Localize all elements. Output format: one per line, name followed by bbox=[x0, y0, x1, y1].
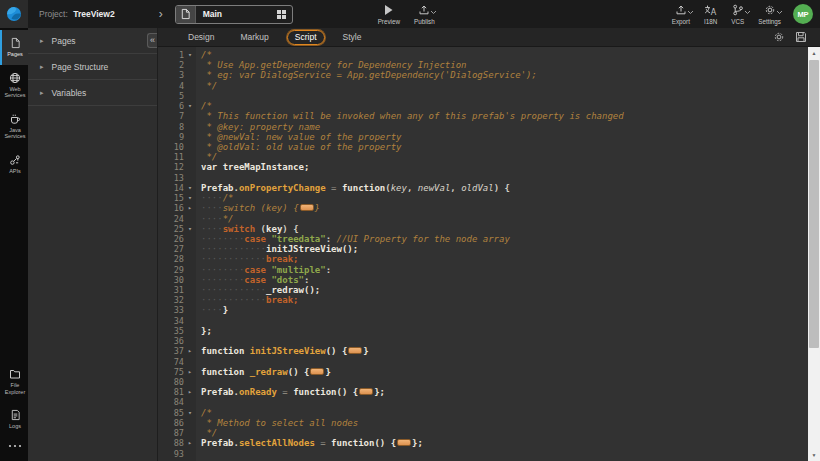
code-line[interactable]: 10 * @oldVal: old value of the property bbox=[158, 142, 808, 152]
code-line[interactable]: 30········case "dots": bbox=[158, 275, 808, 285]
code-line[interactable]: 35}; bbox=[158, 326, 808, 336]
code-line[interactable]: 81▸Prefab.onReady = function() {}; bbox=[158, 387, 808, 397]
code-line[interactable]: 5 bbox=[158, 91, 808, 101]
fold-open-icon[interactable]: ▾ bbox=[184, 101, 196, 111]
code-line[interactable]: 93 bbox=[158, 449, 808, 459]
code-line[interactable]: 6▾/* bbox=[158, 101, 808, 111]
code-text: ····switch (key) {} bbox=[196, 203, 320, 213]
caret-down-icon[interactable] bbox=[744, 9, 751, 16]
rail-item-pages[interactable]: Pages bbox=[0, 30, 28, 65]
vcs-button[interactable]: VCS bbox=[731, 4, 744, 25]
caret-down-icon[interactable] bbox=[687, 9, 694, 16]
code-line[interactable]: 16▸····switch (key) {} bbox=[158, 203, 808, 213]
code-line[interactable]: 74 bbox=[158, 357, 808, 367]
avatar[interactable]: MP bbox=[793, 4, 813, 24]
folded-code-icon[interactable] bbox=[359, 388, 373, 395]
caret-down-icon[interactable] bbox=[430, 9, 437, 16]
rail-item-logs[interactable]: Logs bbox=[0, 402, 28, 437]
fold-open-icon[interactable]: ▾ bbox=[184, 408, 196, 418]
code-line[interactable]: 33····} bbox=[158, 305, 808, 315]
fold-collapsed-icon[interactable]: ▸ bbox=[184, 367, 196, 377]
panel-collapse-button[interactable]: « bbox=[147, 33, 157, 48]
code-area[interactable]: 1▾/*2 * Use App.getDependency for Depend… bbox=[158, 47, 808, 461]
fold-collapsed-icon[interactable]: ▸ bbox=[184, 438, 196, 448]
caret-down-icon[interactable] bbox=[776, 9, 783, 16]
scroll-down-icon[interactable]: ▼ bbox=[808, 449, 820, 461]
folded-code-icon[interactable] bbox=[397, 439, 411, 446]
wavemaker-logo[interactable] bbox=[0, 0, 28, 28]
code-line[interactable]: 88▸Prefab.selectAllNodes = function() {}… bbox=[158, 438, 808, 448]
code-line[interactable]: 25▾····switch (key) { bbox=[158, 224, 808, 234]
tab-design[interactable]: Design bbox=[180, 30, 222, 45]
fold-open-icon[interactable]: ▾ bbox=[184, 183, 196, 193]
code-line[interactable]: 31············_redraw(); bbox=[158, 285, 808, 295]
settings-button[interactable]: Settings bbox=[758, 4, 781, 25]
line-number: 88 bbox=[158, 438, 184, 448]
code-line[interactable]: 27············initJStreeView(); bbox=[158, 244, 808, 254]
code-line[interactable]: 80 bbox=[158, 377, 808, 387]
code-line[interactable]: 32············break; bbox=[158, 295, 808, 305]
scrollbar-track[interactable] bbox=[808, 348, 820, 449]
folded-code-icon[interactable] bbox=[348, 347, 362, 354]
panel-section-pages[interactable]: ▸Pages bbox=[28, 28, 157, 54]
triangle-right-icon: ▸ bbox=[40, 63, 44, 71]
code-line[interactable]: 36 bbox=[158, 336, 808, 346]
panel-section-page-structure[interactable]: ▸Page Structure bbox=[28, 54, 157, 80]
save-icon[interactable] bbox=[795, 31, 807, 43]
code-line[interactable]: 37▸function initJStreeView() {} bbox=[158, 346, 808, 356]
code-line[interactable]: 7 * This function will be invoked when a… bbox=[158, 111, 808, 121]
tab-markup[interactable]: Markup bbox=[232, 30, 276, 45]
code-line[interactable]: 13 bbox=[158, 173, 808, 183]
line-number: 16 bbox=[158, 203, 184, 213]
rail-item-more[interactable] bbox=[0, 437, 28, 455]
export-button[interactable]: Export bbox=[672, 4, 690, 25]
code-line[interactable]: 24····*/ bbox=[158, 214, 808, 224]
code-line[interactable]: 34 bbox=[158, 316, 808, 326]
rail-item-apis[interactable]: APIs bbox=[0, 147, 28, 182]
scrollbar-thumb[interactable] bbox=[809, 60, 819, 348]
code-line[interactable]: 26········case "treedata": //UI Property… bbox=[158, 234, 808, 244]
fold-open-icon[interactable]: ▾ bbox=[184, 224, 196, 234]
publish-button[interactable]: Publish bbox=[414, 4, 435, 25]
page-selector[interactable]: Main bbox=[175, 5, 293, 24]
code-line[interactable]: 29········case "multiple": bbox=[158, 265, 808, 275]
line-number: 5 bbox=[158, 91, 184, 101]
code-line[interactable]: 28············break; bbox=[158, 254, 808, 264]
tab-script[interactable]: Script bbox=[287, 30, 325, 45]
preview-button[interactable]: Preview bbox=[378, 4, 400, 25]
code-line[interactable]: 15▾····/* bbox=[158, 193, 808, 203]
rail-item-web-services[interactable]: Web Services bbox=[0, 65, 28, 106]
code-line[interactable]: 75▸function _redraw() {} bbox=[158, 367, 808, 377]
rail-item-java-services[interactable]: Java Services bbox=[0, 106, 28, 147]
code-line[interactable]: 3 * eg: var DialogService = App.getDepen… bbox=[158, 70, 808, 80]
code-line[interactable]: 2 * Use App.getDependency for Dependency… bbox=[158, 60, 808, 70]
folded-code-icon[interactable] bbox=[310, 368, 324, 375]
gear-icon[interactable] bbox=[773, 31, 785, 43]
fold-open-icon[interactable]: ▾ bbox=[184, 193, 196, 203]
fold-collapsed-icon[interactable]: ▸ bbox=[184, 346, 196, 356]
rail-item-file-explorer[interactable]: File Explorer bbox=[0, 361, 28, 402]
fold-gutter bbox=[184, 326, 196, 336]
pages-panel: « ▸Pages▸Page Structure▸Variables bbox=[28, 28, 158, 461]
code-line[interactable]: 84 bbox=[158, 397, 808, 407]
code-line[interactable]: 1▾/* bbox=[158, 50, 808, 60]
code-line[interactable]: 9 * @newVal: new value of the property bbox=[158, 132, 808, 142]
i18n-button[interactable]: AI18N bbox=[704, 4, 717, 25]
panel-section-variables[interactable]: ▸Variables bbox=[28, 80, 157, 106]
code-line[interactable]: 12var treeMapInstance; bbox=[158, 162, 808, 172]
code-line[interactable]: 87 */ bbox=[158, 428, 808, 438]
code-line[interactable]: 4 */ bbox=[158, 81, 808, 91]
fold-open-icon[interactable]: ▾ bbox=[184, 50, 196, 60]
fold-collapsed-icon[interactable]: ▸ bbox=[184, 387, 196, 397]
folded-code-icon[interactable] bbox=[300, 204, 314, 211]
scroll-up-icon[interactable]: ▲ bbox=[808, 47, 820, 59]
grid-icon[interactable] bbox=[276, 9, 292, 20]
code-line[interactable]: 86 * Method to select all nodes bbox=[158, 418, 808, 428]
tab-style[interactable]: Style bbox=[335, 30, 370, 45]
code-line[interactable]: 11 */ bbox=[158, 152, 808, 162]
editor-scrollbar[interactable]: ▲ ▼ bbox=[808, 47, 820, 461]
code-line[interactable]: 14▾Prefab.onPropertyChange = function(ke… bbox=[158, 183, 808, 193]
code-line[interactable]: 8 * @key: property name bbox=[158, 122, 808, 132]
fold-collapsed-icon[interactable]: ▸ bbox=[184, 203, 196, 213]
code-line[interactable]: 85▾/* bbox=[158, 408, 808, 418]
